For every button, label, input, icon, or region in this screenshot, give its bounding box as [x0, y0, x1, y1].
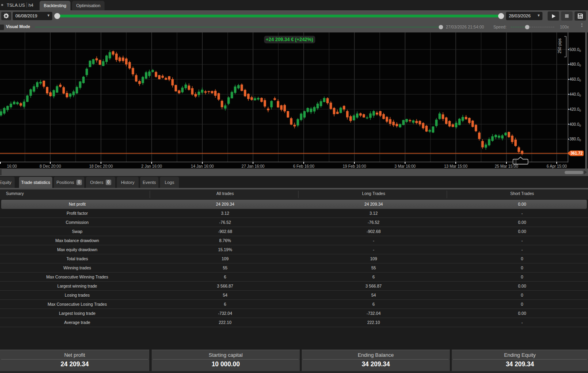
- svg-text:6 Feb 16:00: 6 Feb 16:00: [293, 164, 314, 169]
- svg-text:8 Dec 20:00: 8 Dec 20:00: [40, 164, 61, 169]
- svg-text:19 Feb 16:00: 19 Feb 16:00: [343, 164, 366, 169]
- svg-text:16:00: 16:00: [7, 164, 17, 169]
- svg-text:+24 209.34 € (+242%): +24 209.34 € (+242%): [266, 37, 313, 42]
- svg-text:14 Jan 16:00: 14 Jan 16:00: [191, 164, 214, 169]
- svg-text:250 pips: 250 pips: [558, 38, 562, 53]
- svg-text:27 Jan 16:00: 27 Jan 16:00: [242, 164, 265, 169]
- svg-text:3 Mar 16:00: 3 Mar 16:00: [394, 164, 416, 169]
- svg-text:25 Mar 15:00: 25 Mar 15:00: [495, 164, 518, 169]
- svg-text:2 Jan 16:00: 2 Jan 16:00: [141, 164, 162, 169]
- svg-text:13 Mar 15:00: 13 Mar 15:00: [444, 164, 468, 169]
- svg-text:18 Dec 20:00: 18 Dec 20:00: [89, 164, 113, 169]
- svg-text:6 Apr 15:00: 6 Apr 15:00: [546, 164, 567, 169]
- svg-text:361.72: 361.72: [571, 151, 583, 155]
